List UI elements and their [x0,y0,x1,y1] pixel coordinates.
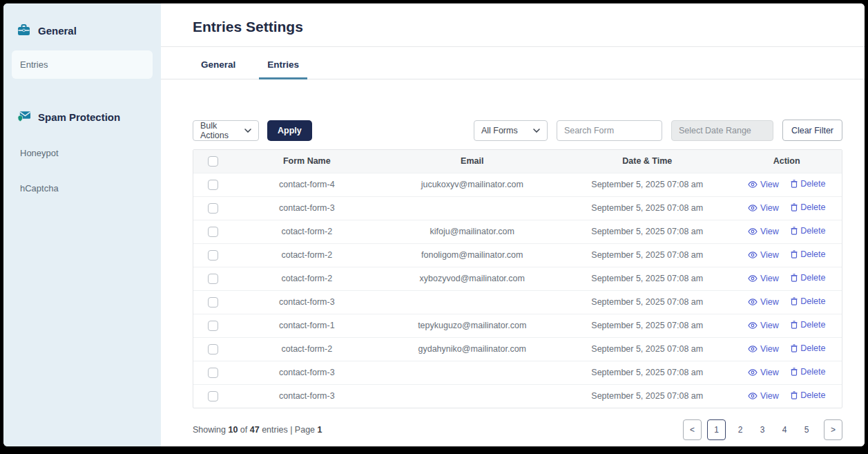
bulk-actions-select[interactable]: Bulk Actions [193,120,259,141]
eye-icon [748,346,758,352]
row-checkbox[interactable] [208,203,218,214]
view-link[interactable]: View [748,227,779,236]
delete-link[interactable]: Delete [791,320,825,330]
briefcase-icon [17,24,31,37]
page-button[interactable]: 5 [799,419,814,440]
delete-link[interactable]: Delete [791,296,825,306]
search-form-input[interactable] [557,120,662,141]
delete-link-label: Delete [800,273,825,283]
form-name-cell: contact-form-1 [232,314,381,337]
trash-icon [791,227,798,235]
datetime-cell: September 5, 2025 07:08 am [563,361,731,384]
page-title: Entries Settings [161,3,865,46]
delete-link-label: Delete [800,320,825,330]
datetime-cell: September 5, 2025 07:08 am [563,384,731,408]
delete-link-label: Delete [800,249,825,259]
page-button[interactable]: 2 [733,419,748,440]
tab-entries[interactable]: Entries [259,55,307,79]
sidebar-item-label: hCaptcha [20,183,59,193]
delete-link[interactable]: Delete [791,367,825,377]
pagination-pages: 12345 [707,419,814,440]
sidebar-item-hcaptcha[interactable]: hCaptcha [3,183,161,193]
entries-toolbar: Bulk Actions Apply All Forms Cl [193,120,842,141]
sidebar-item-entries[interactable]: Entries [12,50,153,79]
eye-icon [748,392,758,399]
view-link[interactable]: View [748,274,779,283]
settings-sidebar: General Entries Spam Protection Honeypot… [3,3,161,446]
select-all-checkbox[interactable] [208,156,218,167]
email-cell [381,384,563,408]
delete-link[interactable]: Delete [791,202,825,212]
view-link-label: View [760,203,779,213]
table-header-row: Form Name Email Date & Time Action [193,150,842,173]
sidebar-section-spam-protection: Spam Protection [3,111,161,123]
row-checkbox[interactable] [208,344,218,354]
view-link[interactable]: View [748,297,779,307]
form-name-cell: contact-form-3 [232,361,381,384]
row-checkbox[interactable] [208,180,218,190]
row-checkbox[interactable] [208,368,218,378]
email-cell: kifoju@mailinator.com [381,220,563,243]
datetime-cell: September 5, 2025 07:08 am [563,314,731,337]
forms-filter-select[interactable]: All Forms [474,120,548,141]
entries-content: Bulk Actions Apply All Forms Cl [161,79,865,446]
page-button[interactable]: 1 [707,419,726,440]
entries-count-text: Showing 10 of 47 entries | Page 1 [193,425,322,435]
delete-link[interactable]: Delete [791,249,825,259]
eye-icon [748,181,758,188]
email-cell: jucukoxyv@mailinator.com [381,173,563,196]
prev-page-button[interactable]: < [683,419,702,440]
table-row: contact-form-1 tepykuguzo@mailinator.com… [193,314,842,337]
view-link[interactable]: View [748,321,779,330]
table-row: cotact-form-2 xybozyvod@mailinator.com S… [193,267,842,290]
apply-button[interactable]: Apply [267,120,312,141]
row-checkbox[interactable] [208,274,218,284]
bulk-actions-value: Bulk Actions [200,121,239,140]
clear-filter-button[interactable]: Clear Filter [782,120,842,141]
view-link-label: View [760,391,779,401]
table-row: contact-form-3 September 5, 2025 07:08 a… [193,196,842,220]
trash-icon [791,368,798,376]
trash-icon [791,274,798,282]
row-checkbox[interactable] [208,297,218,308]
eye-icon [748,205,758,211]
delete-link-label: Delete [800,226,825,236]
view-link-label: View [760,344,779,354]
date-range-input[interactable] [671,120,773,141]
eye-icon [748,322,758,329]
row-checkbox[interactable] [208,227,218,237]
tab-general[interactable]: General [193,55,244,79]
delete-link[interactable]: Delete [791,343,825,353]
delete-link-label: Delete [800,202,825,212]
row-checkbox[interactable] [208,250,218,261]
view-link[interactable]: View [748,391,779,401]
view-link[interactable]: View [748,180,779,189]
delete-link[interactable]: Delete [791,179,825,189]
view-link[interactable]: View [748,368,779,377]
page-button[interactable]: 3 [755,419,770,440]
view-link[interactable]: View [748,344,779,354]
form-name-cell: contact-form-4 [232,173,381,196]
delete-link[interactable]: Delete [791,390,825,400]
sidebar-item-label: Honeypot [20,148,59,158]
email-cell [381,361,563,384]
next-page-button[interactable]: > [824,419,842,440]
email-cell: gydahyniko@mailinator.com [381,337,563,361]
column-header-form-name: Form Name [232,150,381,173]
view-link[interactable]: View [748,203,779,213]
view-link[interactable]: View [748,250,779,260]
row-checkbox[interactable] [208,321,218,331]
view-link-label: View [760,297,779,307]
chevron-down-icon [533,129,540,133]
delete-link[interactable]: Delete [791,273,825,283]
delete-link[interactable]: Delete [791,226,825,236]
email-cell [381,196,563,220]
eye-icon [748,275,758,282]
trash-icon [791,344,798,352]
page-button[interactable]: 4 [777,419,792,440]
sidebar-item-honeypot[interactable]: Honeypot [3,148,161,158]
row-checkbox[interactable] [208,391,218,401]
datetime-cell: September 5, 2025 07:08 am [563,267,731,290]
main-panel: Entries Settings General Entries Bulk Ac… [161,3,865,446]
filter-controls: All Forms Clear Filter [474,120,842,141]
